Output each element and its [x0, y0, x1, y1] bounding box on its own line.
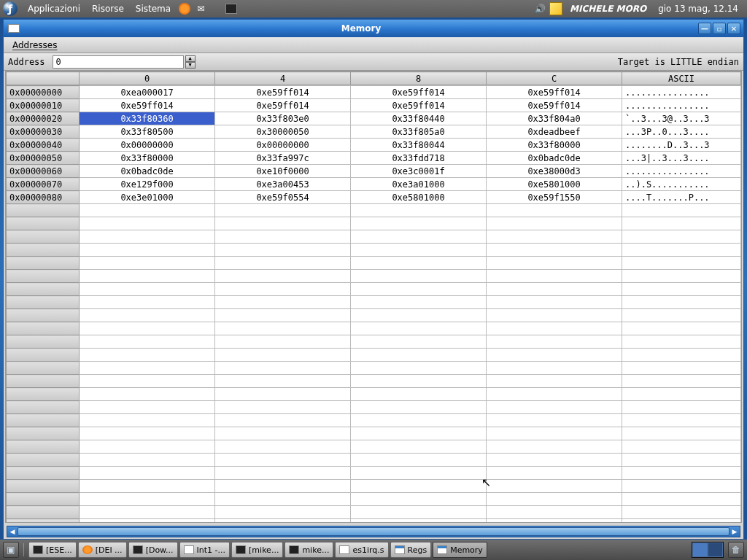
cell-address[interactable]: 0x00000000 — [7, 86, 80, 99]
cell-0[interactable]: 0x00000000 — [80, 139, 215, 152]
cell-8[interactable]: 0xe5801000 — [351, 191, 487, 204]
table-row-empty[interactable] — [7, 204, 741, 217]
cell-0[interactable]: 0xe59ff014 — [80, 99, 215, 112]
show-desktop-button[interactable]: ▣ — [3, 542, 19, 558]
scroll-left-icon[interactable]: ◀ — [7, 526, 18, 537]
cell-4[interactable]: 0x00000000 — [215, 139, 351, 152]
spinner-down-icon[interactable]: ▼ — [185, 62, 196, 69]
col-0[interactable]: 0 — [80, 72, 215, 85]
cell-c[interactable]: 0x33f804a0 — [487, 112, 622, 125]
table-row-empty[interactable] — [7, 375, 741, 388]
maximize-button[interactable]: ▫ — [713, 23, 726, 34]
table-row-empty[interactable] — [7, 335, 741, 349]
table-row-empty[interactable] — [7, 454, 741, 467]
table-row-empty[interactable] — [7, 401, 741, 414]
terminal-launcher-icon[interactable] — [225, 2, 238, 15]
cell-address[interactable]: 0x00000010 — [7, 99, 80, 112]
cell-8[interactable]: 0x33f80440 — [351, 112, 487, 125]
cell-address[interactable]: 0x00000070 — [7, 178, 80, 191]
table-row[interactable]: 0x000000500x33f800000x33fa997c0x33fdd718… — [7, 152, 741, 165]
cell-4[interactable]: 0xe3a00453 — [215, 178, 351, 191]
table-row-empty[interactable] — [7, 257, 741, 270]
table-row-empty[interactable] — [7, 244, 741, 257]
address-input[interactable] — [53, 55, 184, 69]
cell-ascii[interactable]: ...3P..0...3.... — [622, 125, 741, 139]
cell-c[interactable]: 0xdeadbeef — [487, 125, 622, 139]
table-row-empty[interactable] — [7, 493, 741, 506]
table-row-empty[interactable] — [7, 362, 741, 375]
cell-0[interactable]: 0x33f80500 — [80, 125, 215, 139]
cell-8[interactable]: 0x33f80044 — [351, 139, 487, 152]
sound-icon[interactable] — [533, 2, 546, 15]
titlebar[interactable]: Memory — ▫ ✕ — [4, 20, 743, 37]
taskbar-item[interactable]: es1irq.s — [335, 542, 388, 558]
cell-c[interactable]: 0xe59f1550 — [487, 191, 622, 204]
close-button[interactable]: ✕ — [727, 23, 740, 34]
table-row-empty[interactable] — [7, 296, 741, 309]
cell-address[interactable]: 0x00000080 — [7, 191, 80, 204]
cell-c[interactable]: 0x33f80000 — [487, 139, 622, 152]
cell-8[interactable]: 0x33fdd718 — [351, 152, 487, 165]
table-row[interactable]: 0x000000700xe129f0000xe3a004530xe3a01000… — [7, 178, 741, 191]
cell-address[interactable]: 0x00000040 — [7, 139, 80, 152]
cell-0[interactable]: 0xe129f000 — [80, 178, 215, 191]
evolution-launcher-icon[interactable]: ✉ — [194, 2, 207, 15]
cell-c[interactable]: 0xe59ff014 — [487, 86, 622, 99]
table-row-empty[interactable] — [7, 519, 741, 523]
taskbar-item[interactable]: [mike... — [231, 542, 283, 558]
col-ascii[interactable]: ASCII — [622, 72, 741, 85]
workspace-1[interactable] — [692, 542, 708, 557]
cell-4[interactable]: 0x33f803e0 — [215, 112, 351, 125]
table-row-empty[interactable] — [7, 414, 741, 427]
col-c[interactable]: C — [487, 72, 622, 85]
cell-4[interactable]: 0xe59f0554 — [215, 191, 351, 204]
cell-ascii[interactable]: ................ — [622, 86, 741, 99]
table-row[interactable]: 0x000000100xe59ff0140xe59ff0140xe59ff014… — [7, 99, 741, 112]
menu-addresses[interactable]: Addresses — [8, 39, 61, 52]
cell-4[interactable]: 0xe59ff014 — [215, 99, 351, 112]
firefox-launcher-icon[interactable] — [178, 2, 191, 15]
minimize-button[interactable]: — — [698, 23, 711, 34]
clock[interactable]: gio 13 mag, 12.14 — [652, 4, 744, 14]
col-4[interactable]: 4 — [215, 72, 351, 85]
cell-ascii[interactable]: ..).S........... — [622, 178, 741, 191]
fedora-logo-icon[interactable]: ƒ — [3, 1, 18, 16]
table-row[interactable]: 0x000000400x000000000x000000000x33f80044… — [7, 139, 741, 152]
taskbar-item[interactable]: mike... — [285, 542, 333, 558]
table-row-empty[interactable] — [7, 217, 741, 230]
table-row-empty[interactable] — [7, 506, 741, 519]
table-row-empty[interactable] — [7, 230, 741, 244]
table-row[interactable]: 0x000000600x0badc0de0xe10f00000xe3c0001f… — [7, 165, 741, 178]
menu-system[interactable]: Sistema — [130, 4, 177, 14]
cell-ascii[interactable]: ...3|..3...3.... — [622, 152, 741, 165]
workspace-pager[interactable] — [692, 542, 724, 558]
table-row-empty[interactable] — [7, 467, 741, 480]
table-row-empty[interactable] — [7, 322, 741, 335]
cell-0[interactable]: 0xe3e01000 — [80, 191, 215, 204]
scrollbar-thumb[interactable] — [18, 527, 729, 536]
table-row-empty[interactable] — [7, 283, 741, 296]
cell-8[interactable]: 0x33f805a0 — [351, 125, 487, 139]
cell-4[interactable]: 0x30000050 — [215, 125, 351, 139]
table-row-empty[interactable] — [7, 480, 741, 493]
trash-icon[interactable]: 🗑 — [728, 542, 744, 558]
cell-c[interactable]: 0xe59ff014 — [487, 99, 622, 112]
cell-0[interactable]: 0x33f80360 — [80, 112, 215, 125]
workspace-2[interactable] — [708, 542, 723, 557]
cell-address[interactable]: 0x00000060 — [7, 165, 80, 178]
cell-address[interactable]: 0x00000030 — [7, 125, 80, 139]
username-label[interactable]: MICHELE MORO — [564, 4, 652, 14]
table-row-empty[interactable] — [7, 270, 741, 283]
cell-ascii[interactable]: ........D..3...3 — [622, 139, 741, 152]
taskbar-item[interactable]: [Dow... — [128, 542, 178, 558]
scroll-right-icon[interactable]: ▶ — [729, 526, 740, 537]
table-row[interactable]: 0x000000000xea0000170xe59ff0140xe59ff014… — [7, 86, 741, 99]
cell-c[interactable]: 0x0badc0de — [487, 152, 622, 165]
cell-8[interactable]: 0xe59ff014 — [351, 86, 487, 99]
menu-applications[interactable]: Applicazioni — [22, 4, 86, 14]
col-address[interactable] — [7, 72, 80, 85]
menu-resources[interactable]: Risorse — [86, 4, 130, 14]
taskbar-item[interactable]: [ESE... — [28, 542, 77, 558]
table-row[interactable]: 0x000000200x33f803600x33f803e00x33f80440… — [7, 112, 741, 125]
table-body[interactable]: 0x000000000xea0000170xe59ff0140xe59ff014… — [7, 86, 741, 523]
